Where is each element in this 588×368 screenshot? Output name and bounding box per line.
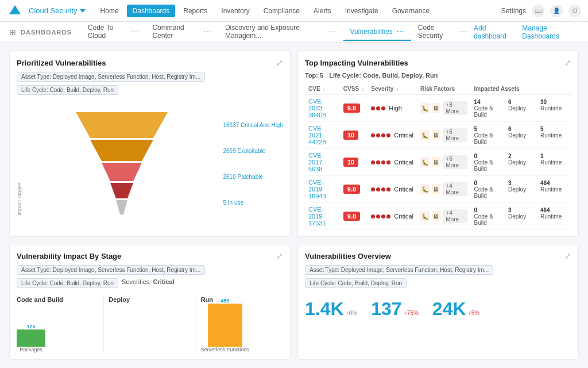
- col-impacted-assets: Impacted Assets: [471, 83, 571, 95]
- funnel-label-critical[interactable]: 16637 Critical And High: [223, 122, 283, 128]
- settings-link[interactable]: Settings: [501, 7, 526, 15]
- top-filter-bar: Top: 5 Life Cycle: Code, Build, Deploy, …: [305, 72, 571, 79]
- asset-item: 3Deploy: [508, 180, 536, 199]
- top-nav: Cloud Security Home Dashboards Reports I…: [0, 0, 588, 22]
- bar-group-run: Run 459 Serverless Functions: [196, 296, 283, 352]
- help-icon[interactable]: ⬡: [568, 5, 581, 17]
- col-cvss[interactable]: CVSS ↕: [340, 83, 368, 95]
- tab-menu-dots[interactable]: ⋯: [130, 27, 138, 36]
- svg-marker-1: [76, 112, 168, 138]
- more-badge-3[interactable]: +4 More: [443, 182, 467, 196]
- impact-stage-card: Vulnerability Impact By Stage ⤢ Asset Ty…: [9, 244, 291, 360]
- bar-packages-value: 125: [26, 324, 35, 329]
- dashboard-icon: ⊞: [9, 28, 16, 37]
- nav-compliance[interactable]: Compliance: [258, 5, 305, 17]
- severity-dot: [386, 187, 390, 191]
- asset-label: Code & Build: [474, 213, 504, 226]
- severity-label-0: High: [389, 105, 402, 112]
- bars-deploy: [109, 306, 191, 352]
- cve-link-2[interactable]: CVE-2017-5638: [308, 152, 324, 172]
- nav-reports[interactable]: Reports: [177, 5, 213, 17]
- lifecycle-filter-tag[interactable]: Life Cycle: Code, Build, Deploy, Run: [17, 85, 118, 95]
- impact-asset-filter[interactable]: Asset Type: Deployed Image, Serverless F…: [17, 265, 205, 275]
- nav-home[interactable]: Home: [95, 5, 125, 17]
- risk-factors-0: 🐛🖥+8 More: [420, 101, 467, 115]
- sub-nav-actions: Add dashboard Manage Dashboards: [474, 24, 579, 40]
- col-severity[interactable]: Severity ↕: [368, 83, 417, 95]
- asset-label: Runtime: [540, 186, 568, 193]
- tab-vulnerabilities[interactable]: Vulnerabilities ⋯: [343, 24, 411, 41]
- nav-inventory[interactable]: Inventory: [215, 5, 255, 17]
- col-cve[interactable]: CVE ↕: [305, 83, 340, 95]
- tab-menu-dots-2[interactable]: ⋯: [203, 27, 211, 36]
- prioritized-title: Prioritized Vulnerabilities: [17, 59, 106, 67]
- tab-menu-dots-4[interactable]: ⋯: [396, 27, 404, 36]
- bar-chart: Code and Build 125 Packages Deploy R: [17, 296, 283, 352]
- nav-investigate[interactable]: Investigate: [339, 5, 384, 17]
- asset-count: 6: [508, 99, 535, 105]
- overview-asset-filter[interactable]: Asset Type: Deployed Image, Serverless F…: [305, 265, 493, 275]
- bar-serverless: 459 Serverless Functions: [201, 298, 249, 352]
- bug-icon: 🐛: [420, 211, 430, 221]
- bars-code: 125 Packages: [17, 306, 99, 352]
- table-row: CVE-2021-4422810Critical🐛🖥+6 More5Code &…: [305, 122, 571, 149]
- asset-item: 464Runtime: [540, 207, 568, 226]
- severity-dot: [381, 160, 385, 164]
- severity-dot: [371, 214, 375, 218]
- funnel-label-inuse[interactable]: 5 In use: [223, 200, 283, 206]
- expand-icon-overview[interactable]: ⤢: [564, 251, 571, 260]
- add-dashboard-button[interactable]: Add dashboard: [474, 24, 515, 40]
- tab-menu-dots-5[interactable]: ⋯: [459, 27, 467, 36]
- asset-count: 2: [508, 153, 535, 159]
- cve-link-0[interactable]: CVE-2023-38408: [308, 98, 326, 118]
- nav-governance[interactable]: Governance: [386, 5, 435, 17]
- more-badge-0[interactable]: +8 More: [443, 101, 467, 115]
- cve-link-4[interactable]: CVE-2019-17531: [308, 206, 326, 227]
- funnel-label-patchable[interactable]: 2610 Patchable: [223, 174, 283, 180]
- stat-137-value: 137: [371, 298, 401, 319]
- table-row: CVE-2019-169439.8Critical🐛🖥+4 More0Code …: [305, 176, 571, 203]
- asset-count: 5: [474, 126, 502, 132]
- severity-dot: [371, 133, 375, 137]
- asset-item: 30Runtime: [540, 99, 568, 118]
- overview-lifecycle-filter[interactable]: Life Cycle: Code, Build, Deploy, Run: [305, 278, 407, 288]
- tab-code-security[interactable]: Code Security ⋯: [411, 20, 474, 44]
- stat-24k-value: 24K: [432, 298, 466, 319]
- asset-label: Deploy: [508, 213, 536, 220]
- tab-command-center[interactable]: Command Center ⋯: [145, 20, 218, 44]
- impact-lifecycle-filter[interactable]: Life Cycle: Code, Build, Deploy, Run: [17, 278, 118, 288]
- cvss-badge-0: 9.8: [343, 103, 360, 113]
- user-avatar[interactable]: 👤: [550, 5, 563, 17]
- card-header-impact: Vulnerability Impact By Stage ⤢: [17, 251, 283, 260]
- bar-serverless-bar: [208, 304, 242, 347]
- asset-label: Runtime: [540, 213, 568, 220]
- brand-menu[interactable]: Cloud Security: [29, 6, 86, 15]
- notifications-icon[interactable]: 📖: [532, 5, 544, 17]
- more-badge-1[interactable]: +6 More: [443, 128, 467, 142]
- impact-filters: Asset Type: Deployed Image, Serverless F…: [17, 265, 283, 288]
- expand-icon-prioritized[interactable]: ⤢: [276, 58, 283, 67]
- expand-icon-top[interactable]: ⤢: [564, 58, 571, 67]
- asset-count: 0: [474, 207, 502, 213]
- nav-alerts[interactable]: Alerts: [308, 5, 337, 17]
- severity-1: Critical: [371, 132, 413, 139]
- asset-filter-tag[interactable]: Asset Type: Deployed Image, Serverless F…: [17, 72, 205, 82]
- nav-dashboards[interactable]: Dashboards: [127, 5, 176, 17]
- impacted-assets-4: 0Code & Build3Deploy464Runtime: [474, 207, 568, 226]
- bar-serverless-label: Serverless Functions: [201, 347, 249, 352]
- impact-stage-title: Vulnerability Impact By Stage: [17, 252, 121, 260]
- severity-dot: [381, 133, 385, 137]
- more-badge-2[interactable]: +6 More: [443, 155, 467, 169]
- cve-link-3[interactable]: CVE-2019-16943: [308, 179, 326, 200]
- cve-link-1[interactable]: CVE-2021-44228: [308, 125, 326, 145]
- tab-menu-dots-3[interactable]: ⋯: [328, 27, 336, 36]
- more-badge-4[interactable]: +4 More: [443, 209, 467, 223]
- expand-icon-impact[interactable]: ⤢: [276, 251, 283, 260]
- funnel-label-exploitable[interactable]: 2669 Exploitable: [223, 148, 283, 154]
- tab-discovery[interactable]: Discovery and Exposure Managem... ⋯: [218, 20, 343, 44]
- asset-label: Deploy: [508, 105, 536, 112]
- bar-group-code-label: Code and Build: [17, 296, 99, 303]
- tab-code-to-cloud[interactable]: Code To Cloud ⋯: [81, 20, 146, 44]
- manage-dashboards-button[interactable]: Manage Dashboards: [522, 24, 579, 40]
- bar-group-deploy: Deploy: [104, 296, 196, 352]
